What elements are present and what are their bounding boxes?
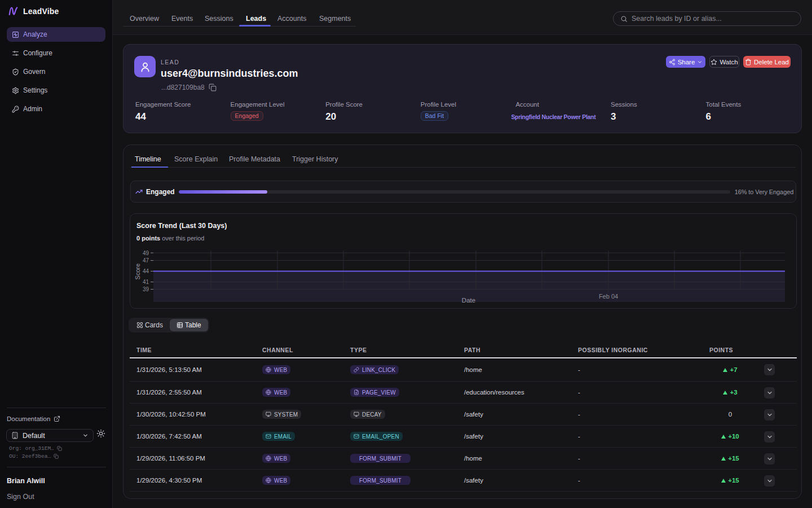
svg-text:41: 41 — [143, 279, 149, 285]
svg-text:Date: Date — [462, 297, 475, 304]
svg-text:47: 47 — [143, 257, 149, 264]
svg-text:Feb 04: Feb 04 — [599, 293, 618, 300]
svg-text:39: 39 — [143, 286, 149, 292]
svg-text:49: 49 — [143, 250, 149, 256]
svg-text:44: 44 — [143, 268, 149, 274]
svg-text:Score: Score — [134, 264, 141, 280]
